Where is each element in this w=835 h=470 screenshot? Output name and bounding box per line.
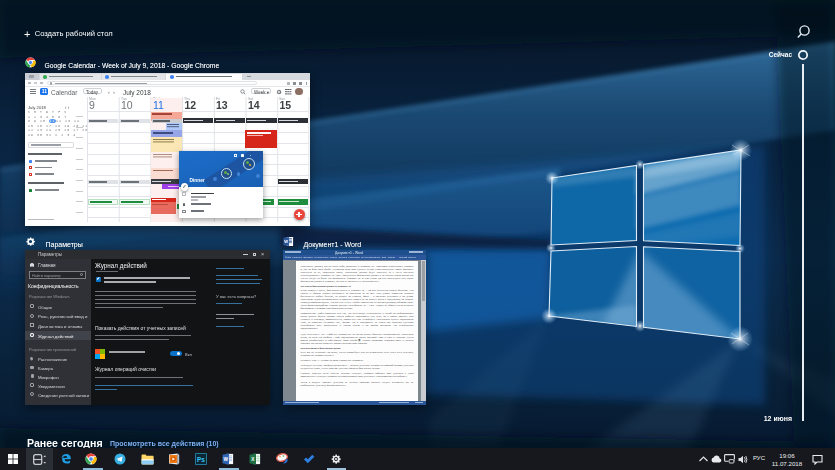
svg-text:W: W <box>224 457 229 462</box>
svg-text:W: W <box>284 239 288 244</box>
svg-text:Ps: Ps <box>197 456 205 463</box>
